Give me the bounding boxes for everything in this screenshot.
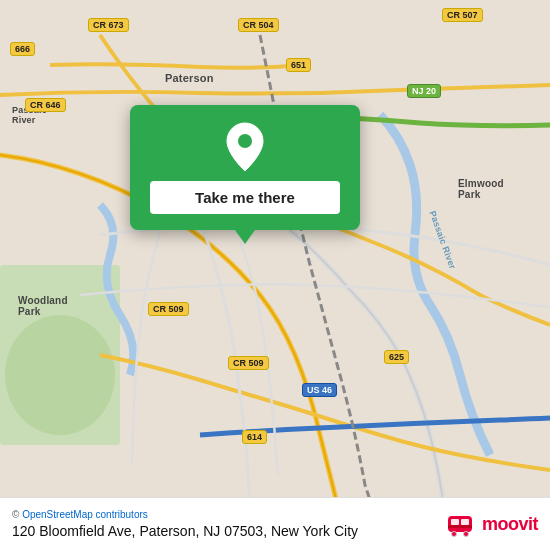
map-container: Paterson WoodlandPark ElmwoodPark Passai… bbox=[0, 0, 550, 550]
road-chip-666: 666 bbox=[10, 42, 35, 56]
svg-rect-5 bbox=[461, 519, 469, 525]
svg-rect-4 bbox=[451, 519, 459, 525]
svg-rect-8 bbox=[448, 525, 472, 528]
road-chip-us46: US 46 bbox=[302, 383, 337, 397]
place-label-elmwood-park: ElmwoodPark bbox=[458, 178, 504, 200]
map-roads bbox=[0, 0, 550, 550]
road-chip-cr673: CR 673 bbox=[88, 18, 129, 32]
road-chip-cr509b: CR 509 bbox=[228, 356, 269, 370]
road-chip-cr509a: CR 509 bbox=[148, 302, 189, 316]
moovit-logo: moovit bbox=[444, 508, 538, 540]
road-chip-614: 614 bbox=[242, 430, 267, 444]
popup-card: Take me there bbox=[130, 105, 360, 230]
location-pin-icon bbox=[221, 123, 269, 171]
osm-credit: © OpenStreetMap contributors bbox=[12, 509, 358, 520]
moovit-label: moovit bbox=[482, 514, 538, 535]
road-chip-nj20: NJ 20 bbox=[407, 84, 441, 98]
road-chip-625: 625 bbox=[384, 350, 409, 364]
place-label-woodland-park: WoodlandPark bbox=[18, 295, 68, 317]
road-chip-cr507: CR 507 bbox=[442, 8, 483, 22]
road-chip-651: 651 bbox=[286, 58, 311, 72]
svg-point-6 bbox=[451, 532, 456, 537]
bottom-bar: © OpenStreetMap contributors 120 Bloomfi… bbox=[0, 497, 550, 550]
osm-link[interactable]: OpenStreetMap contributors bbox=[22, 509, 148, 520]
moovit-icon bbox=[444, 508, 476, 540]
road-chip-cr646: CR 646 bbox=[25, 98, 66, 112]
place-label-paterson: Paterson bbox=[165, 72, 214, 84]
svg-point-1 bbox=[5, 315, 115, 435]
copyright-symbol: © bbox=[12, 509, 19, 520]
svg-point-7 bbox=[463, 532, 468, 537]
take-me-there-button[interactable]: Take me there bbox=[150, 181, 340, 214]
bottom-info: © OpenStreetMap contributors 120 Bloomfi… bbox=[12, 509, 358, 539]
address-text: 120 Bloomfield Ave, Paterson, NJ 07503, … bbox=[12, 523, 358, 539]
road-chip-cr504: CR 504 bbox=[238, 18, 279, 32]
svg-point-2 bbox=[238, 134, 252, 148]
